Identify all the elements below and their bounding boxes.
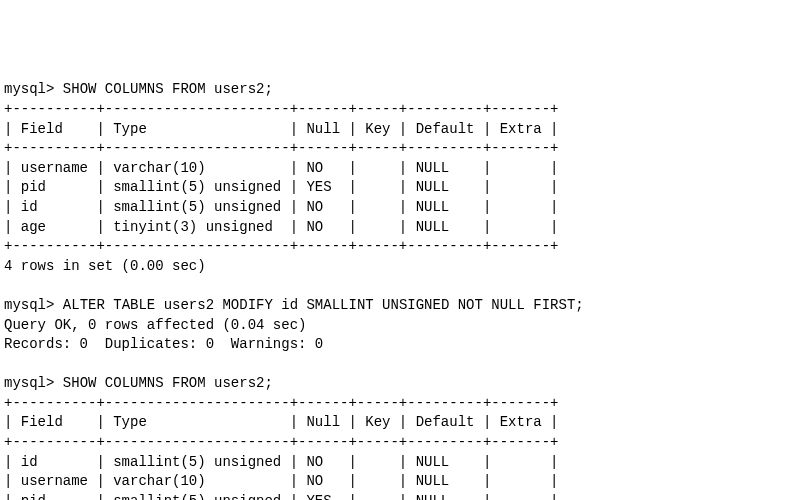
table-border: +----------+----------------------+-----… bbox=[4, 434, 559, 450]
prompt-line: mysql> SHOW COLUMNS FROM users2; bbox=[4, 81, 273, 97]
sql-command: SHOW COLUMNS FROM users2; bbox=[63, 81, 273, 97]
prompt-line: mysql> ALTER TABLE users2 MODIFY id SMAL… bbox=[4, 297, 584, 313]
table-border: +----------+----------------------+-----… bbox=[4, 238, 559, 254]
prompt-line: mysql> SHOW COLUMNS FROM users2; bbox=[4, 375, 273, 391]
sql-command: SHOW COLUMNS FROM users2; bbox=[63, 375, 273, 391]
rows-in-set: 4 rows in set (0.00 sec) bbox=[4, 258, 206, 274]
terminal-output: mysql> SHOW COLUMNS FROM users2; +------… bbox=[4, 80, 802, 500]
table-row: | age | tinyint(3) unsigned | NO | | NUL… bbox=[4, 219, 559, 235]
mysql-prompt: mysql> bbox=[4, 297, 54, 313]
table-row: | id | smallint(5) unsigned | NO | | NUL… bbox=[4, 199, 559, 215]
table-header: | Field | Type | Null | Key | Default | … bbox=[4, 121, 559, 137]
table-row: | username | varchar(10) | NO | | NULL |… bbox=[4, 473, 559, 489]
table-row: | username | varchar(10) | NO | | NULL |… bbox=[4, 160, 559, 176]
records-line: Records: 0 Duplicates: 0 Warnings: 0 bbox=[4, 336, 323, 352]
table-row: | id | smallint(5) unsigned | NO | | NUL… bbox=[4, 454, 559, 470]
table-border: +----------+----------------------+-----… bbox=[4, 140, 559, 156]
mysql-prompt: mysql> bbox=[4, 81, 54, 97]
sql-command: ALTER TABLE users2 MODIFY id SMALLINT UN… bbox=[63, 297, 584, 313]
table-header: | Field | Type | Null | Key | Default | … bbox=[4, 414, 559, 430]
mysql-prompt: mysql> bbox=[4, 375, 54, 391]
table-border: +----------+----------------------+-----… bbox=[4, 101, 559, 117]
query-ok: Query OK, 0 rows affected (0.04 sec) bbox=[4, 317, 306, 333]
table-row: | pid | smallint(5) unsigned | YES | | N… bbox=[4, 493, 559, 500]
table-row: | pid | smallint(5) unsigned | YES | | N… bbox=[4, 179, 559, 195]
table-border: +----------+----------------------+-----… bbox=[4, 395, 559, 411]
